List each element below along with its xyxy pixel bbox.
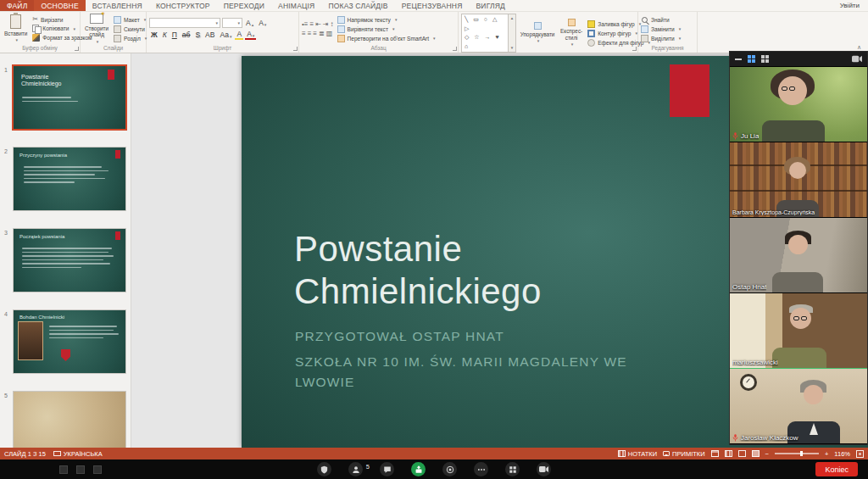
text-direction-button[interactable]: Напрямок тексту [337, 16, 436, 24]
record-icon[interactable] [442, 462, 457, 476]
more-options-icon[interactable] [474, 462, 488, 476]
participant-name: mariuszsawicki [732, 359, 778, 366]
collapse-ribbon-icon[interactable]: ∧ [857, 44, 861, 51]
shapes-gallery[interactable]: ╲ ▭ ○ △ ▷ ◇ ☆ → ♥ ⌂ [461, 14, 509, 53]
tray-icon-3[interactable] [93, 465, 102, 474]
language-button[interactable]: УКРАЇНСЬКА [53, 450, 103, 458]
font-color-button[interactable]: А [245, 31, 256, 40]
slide-thumbnail-5[interactable]: 5 [14, 392, 125, 448]
share-screen-icon[interactable] [411, 462, 426, 476]
slide-subtitle-line1[interactable]: PRZYGOTOWAŁ OSTAP HNAT [295, 329, 504, 344]
slide-thumbnail-1[interactable]: 1 Powstanie Chmielnickiego [14, 66, 125, 129]
tray-icon-2[interactable] [76, 465, 85, 474]
tab-view[interactable]: ВИГЛЯД [469, 0, 512, 11]
zoom-slider-knob[interactable] [800, 451, 803, 456]
italic-button[interactable]: К [161, 31, 169, 39]
apps-grid-icon[interactable] [505, 462, 520, 476]
slide-thumbnail-2[interactable]: 2 Przyczyny powstania [14, 148, 125, 210]
increase-indent-icon[interactable]: ⇥ [323, 21, 329, 28]
participant-video-tile-active[interactable]: mariuszsawicki [730, 293, 867, 369]
sign-in-button[interactable]: Увійти [832, 0, 868, 11]
tab-insert[interactable]: ВСТАВЛЕННЯ [86, 0, 149, 11]
font-dialog-launcher[interactable] [293, 47, 298, 51]
slide-thumbnail-3[interactable]: 3 Początek powstania [14, 229, 125, 292]
quick-styles-button[interactable]: Експрес-стилі [559, 14, 584, 53]
shapes-scroll-down-icon[interactable]: ▼ [510, 46, 514, 50]
layout-button[interactable]: Макет [114, 16, 147, 24]
align-center-icon[interactable]: ≡ [308, 31, 312, 37]
strikethrough-button[interactable]: аб [181, 31, 192, 39]
zoom-level[interactable]: 116% [834, 450, 850, 458]
muted-mic-icon [732, 434, 738, 442]
normal-view-icon[interactable] [711, 450, 719, 457]
minimize-icon[interactable] [735, 58, 742, 60]
security-shield-icon[interactable] [317, 462, 331, 476]
participant-video-tile[interactable]: Ju Lia [730, 67, 867, 142]
slide-indicator[interactable]: СЛАЙД 1 З 15 [4, 450, 46, 458]
gallery-view-icon[interactable] [748, 55, 755, 63]
tab-transitions[interactable]: ПЕРЕХОДИ [217, 0, 271, 11]
zoom-out-button[interactable]: − [765, 450, 769, 458]
end-meeting-button[interactable]: Koniec [815, 462, 858, 476]
tab-home[interactable]: ОСНОВНЕ [34, 0, 85, 11]
comments-toggle[interactable]: ПРИМІТКИ [663, 450, 704, 458]
change-case-button[interactable]: Аа [218, 31, 233, 39]
align-left-icon[interactable]: ≡ [302, 31, 306, 37]
chat-icon[interactable] [380, 462, 394, 476]
shrink-font-button[interactable]: А [257, 19, 268, 27]
slide-subtitle-line2[interactable]: SZKOŁA NR 10 IM. ŚW. MARII MAGDALENY WE … [295, 352, 659, 393]
font-size-combobox[interactable] [222, 18, 242, 28]
find-button[interactable]: Знайти [641, 16, 681, 24]
zoom-in-button[interactable]: + [825, 450, 828, 458]
participant-video-tile[interactable]: Jarosław Kłaczkow [730, 369, 867, 444]
columns-icon[interactable]: ▥ [326, 31, 333, 37]
section-button[interactable]: Розділ [114, 35, 147, 42]
justify-icon[interactable]: ≣ [319, 31, 325, 37]
paragraph-dialog-launcher[interactable] [453, 47, 457, 51]
tab-slideshow[interactable]: ПОКАЗ СЛАЙДІВ [321, 0, 394, 11]
paste-button[interactable]: Вставити [3, 14, 29, 44]
drawing-dialog-launcher[interactable] [632, 47, 637, 51]
text-highlight-button[interactable]: А [235, 31, 243, 40]
shapes-scroll-up-icon[interactable]: ▲ [510, 16, 514, 20]
new-slide-button[interactable]: Створити слайд [83, 14, 110, 44]
character-spacing-button[interactable]: АВ [203, 31, 216, 39]
fit-slide-to-window-icon[interactable] [856, 450, 864, 458]
bold-button[interactable]: Ж [149, 31, 159, 39]
tab-design[interactable]: КОНСТРУКТОР [149, 0, 217, 11]
grid-view-icon[interactable] [761, 55, 769, 63]
participant-video-tile[interactable]: Barbara Krysztopa-Czupryńska [730, 142, 867, 218]
grow-font-button[interactable]: А [244, 19, 255, 27]
slide-sorter-view-icon[interactable] [725, 450, 732, 457]
underline-button[interactable]: П [170, 31, 179, 39]
select-button[interactable]: Виділити [641, 35, 681, 42]
line-spacing-icon[interactable]: ↕ [331, 21, 334, 28]
tab-review[interactable]: РЕЦЕНЗУВАННЯ [395, 0, 470, 11]
slide-title-text[interactable]: Powstanie Chmielnickiego [294, 228, 659, 312]
participant-video-tile[interactable]: Ostap Hnat [730, 218, 867, 293]
align-text-button[interactable]: Вирівняти текст [337, 25, 436, 33]
zoom-slider[interactable] [775, 453, 819, 454]
replace-button[interactable]: Замінити [641, 25, 681, 33]
slideshow-view-icon[interactable] [752, 450, 760, 457]
camera-icon[interactable] [852, 55, 862, 63]
numbering-icon[interactable]: ≡ [309, 21, 314, 28]
tab-animations[interactable]: АНІМАЦІЯ [271, 0, 321, 11]
slide-accent-rectangle[interactable] [670, 64, 709, 117]
slide-thumbnail-4[interactable]: 4 Bohdan Chmielnicki [14, 310, 125, 373]
reset-button[interactable]: Скинути [114, 25, 147, 33]
font-name-combobox[interactable] [149, 18, 220, 28]
reading-view-icon[interactable] [738, 450, 746, 457]
smartart-button[interactable]: Перетворити на об'єкт SmartArt [337, 35, 436, 42]
camera-toggle-icon[interactable] [537, 462, 551, 476]
text-shadow-button[interactable]: S [193, 31, 202, 39]
clipboard-dialog-launcher[interactable] [75, 47, 79, 51]
align-right-icon[interactable]: ≡ [313, 31, 317, 37]
bullets-icon[interactable]: •≡ [302, 21, 308, 28]
tab-file[interactable]: ФАЙЛ [0, 0, 34, 11]
tray-icon-1[interactable] [59, 465, 68, 474]
arrange-button[interactable]: Упорядкувати [520, 14, 555, 53]
notes-toggle[interactable]: НОТАТКИ [618, 450, 657, 458]
decrease-indent-icon[interactable]: ⇤ [315, 21, 321, 28]
participants-icon[interactable]: 5 [348, 462, 363, 476]
